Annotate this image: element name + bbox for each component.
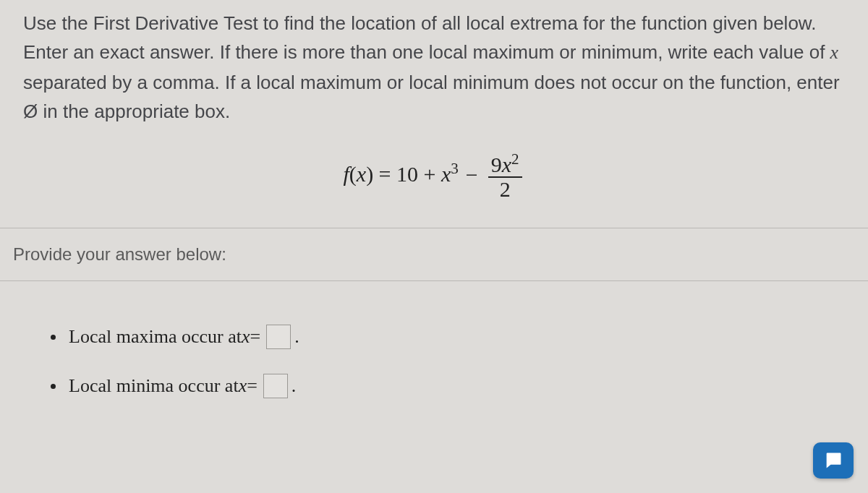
formula-var: x bbox=[357, 163, 366, 187]
question-text: Use the First Derivative Test to find th… bbox=[0, 0, 868, 143]
frac-num-coeff: 9 bbox=[491, 153, 502, 176]
frac-num-var: x bbox=[502, 153, 511, 176]
minima-var: x bbox=[239, 375, 247, 397]
maxima-label: Local maxima occur at bbox=[69, 326, 242, 348]
question-part3: in the appropriate box. bbox=[38, 100, 230, 122]
answer-area: Local maxima occur at x = . Local minima… bbox=[0, 281, 868, 398]
formula-open: ( bbox=[349, 163, 357, 187]
local-minima-input[interactable] bbox=[263, 374, 288, 398]
maxima-period: . bbox=[294, 326, 299, 348]
local-maxima-input[interactable] bbox=[266, 325, 291, 349]
fraction-numerator: 9x2 bbox=[488, 153, 522, 176]
frac-num-exp: 2 bbox=[511, 150, 519, 168]
bullet-icon bbox=[51, 384, 56, 389]
minima-period: . bbox=[292, 375, 297, 397]
minima-eq: = bbox=[247, 375, 258, 397]
formula-term1-var: x bbox=[441, 163, 451, 187]
answer-section-label: Provide your answer below: bbox=[0, 228, 868, 280]
chat-icon bbox=[823, 450, 843, 471]
formula-fraction: 9x22 bbox=[488, 153, 522, 200]
question-part2: separated by a comma. If a local maximum… bbox=[23, 72, 840, 93]
maxima-var: x bbox=[242, 326, 250, 348]
chat-help-button[interactable] bbox=[813, 442, 854, 479]
question-part1: Use the First Derivative Test to find th… bbox=[23, 12, 830, 63]
maxima-eq: = bbox=[250, 326, 261, 348]
formula-minus: − bbox=[459, 163, 485, 187]
formula-close-eq: ) = bbox=[366, 163, 396, 187]
function-formula: f(x) = 10 + x3−9x22 bbox=[0, 143, 868, 228]
formula-term1-coeff: 10 + bbox=[396, 163, 441, 187]
null-symbol: Ø bbox=[23, 100, 38, 122]
question-var-x: x bbox=[830, 42, 839, 63]
local-minima-line: Local minima occur at x = . bbox=[51, 374, 845, 398]
formula-term1-exp: 3 bbox=[451, 160, 459, 178]
fraction-denominator: 2 bbox=[488, 176, 522, 201]
bullet-icon bbox=[51, 335, 56, 340]
minima-label: Local minima occur at bbox=[69, 375, 239, 397]
formula-f: f bbox=[343, 163, 349, 187]
local-maxima-line: Local maxima occur at x = . bbox=[51, 325, 845, 349]
